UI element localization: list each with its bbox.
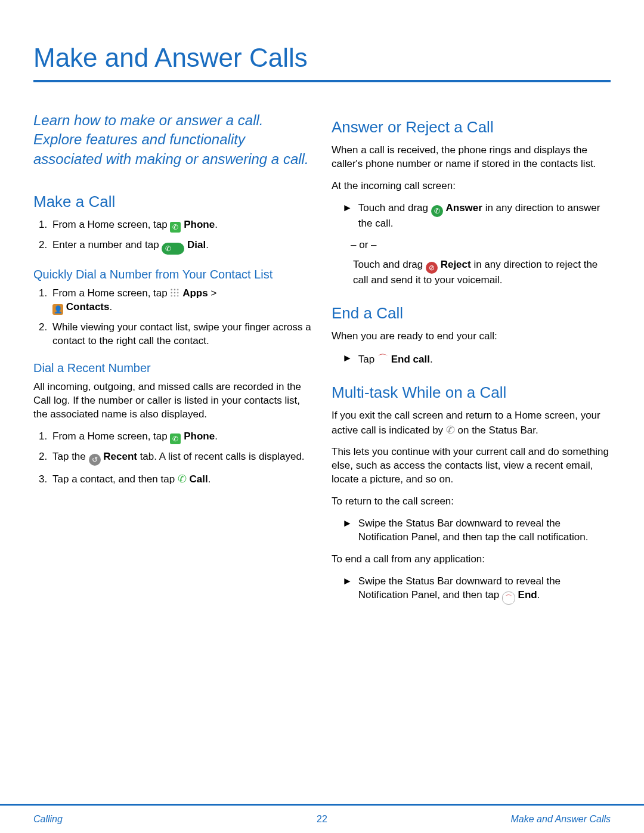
text: tab. A list of recent calls is displayed… — [137, 451, 305, 462]
recent-icon: ↺ — [89, 454, 101, 466]
text: Tap a contact, and then tap — [52, 473, 178, 485]
answer-heading: Answer or Reject a Call — [332, 118, 611, 137]
arrow-icon: ► — [342, 202, 352, 231]
dial-recent-steps: From a Home screen, tap ✆ Phone. Tap the… — [33, 430, 312, 487]
make-call-steps: From a Home screen, tap ✆ Phone. Enter a… — [33, 218, 312, 255]
recent-label: Recent — [103, 451, 137, 462]
text: Tap — [358, 354, 377, 365]
text: . — [206, 239, 209, 250]
answer-body-2: At the incoming call screen: — [332, 179, 611, 193]
call-label: Call — [190, 473, 208, 485]
multitask-body-4: To end a call from any application: — [332, 553, 611, 566]
end-label: End — [518, 589, 537, 600]
reject-icon: ⊘ — [426, 262, 438, 274]
list-item: While viewing your contact list, swipe y… — [50, 321, 312, 348]
apps-icon — [170, 288, 179, 298]
contacts-icon: 👤 — [52, 304, 63, 315]
answer-label: Answer — [445, 202, 482, 213]
apps-label: Apps — [182, 287, 208, 299]
multitask-body-3: To return to the call screen: — [332, 495, 611, 509]
left-column: Learn how to make or answer a call. Expl… — [33, 111, 312, 613]
page-footer: Calling 22 Make and Answer Calls — [0, 804, 644, 833]
end-call-body: When you are ready to end your call: — [332, 330, 611, 343]
status-handset-icon: ✆ — [446, 424, 455, 436]
phone-icon: ✆ — [170, 222, 181, 233]
reject-label: Reject — [441, 259, 471, 270]
text: Touch and drag — [353, 259, 426, 270]
right-column: Answer or Reject a Call When a call is r… — [332, 111, 611, 613]
text: . — [109, 301, 112, 312]
list-item: Enter a number and tap ✆ Dial. — [50, 239, 312, 255]
multitask-bullet-1: ► Swipe the Status Bar downward to revea… — [334, 517, 611, 544]
phone-label: Phone — [184, 431, 215, 442]
list-item: From a Home screen, tap Apps > 👤 Contact… — [50, 287, 312, 315]
or-label: – or – — [351, 239, 611, 251]
dial-recent-heading: Dial a Recent Number — [33, 360, 312, 376]
multitask-body-1: If you exit the call screen and return t… — [332, 409, 611, 438]
bullet-body: Tap ⌒ End call. — [358, 352, 433, 367]
make-call-heading: Make a Call — [33, 193, 312, 211]
text: Touch and drag — [358, 202, 431, 213]
text: From a Home screen, tap — [52, 287, 170, 299]
answer-body-1: When a call is received, the phone rings… — [332, 144, 611, 171]
dial-recent-body: All incoming, outgoing, and missed calls… — [33, 380, 312, 422]
end-call-bullet: ► Tap ⌒ End call. — [334, 352, 611, 367]
bullet-body: Touch and drag ✆ Answer in any direction… — [358, 202, 611, 231]
bullet-body: Swipe the Status Bar downward to reveal … — [358, 517, 611, 544]
reject-bullet: Touch and drag ⊘ Reject in any direction… — [334, 258, 611, 287]
bullet-body: Touch and drag ⊘ Reject in any direction… — [353, 258, 611, 287]
text: Tap the — [52, 451, 89, 462]
list-item: Tap a contact, and then tap ✆ Call. — [50, 472, 312, 487]
handset-icon: ✆ — [178, 473, 187, 485]
two-column-layout: Learn how to make or answer a call. Expl… — [33, 111, 611, 613]
text: . — [537, 589, 540, 600]
multitask-heading: Multi-task While on a Call — [332, 383, 611, 402]
text: on the Status Bar. — [458, 425, 538, 436]
multitask-bullet-2: ► Swipe the Status Bar downward to revea… — [334, 575, 611, 605]
phone-label: Phone — [184, 219, 215, 230]
phone-icon: ✆ — [170, 433, 181, 444]
list-item: From a Home screen, tap ✆ Phone. — [50, 430, 312, 444]
text: > — [208, 287, 217, 299]
text: Enter a number and tap — [52, 239, 162, 250]
quick-dial-steps: From a Home screen, tap Apps > 👤 Contact… — [33, 287, 312, 348]
arrow-icon: ► — [342, 517, 352, 544]
arrow-icon: ► — [342, 575, 352, 605]
end-call-icon: ⌒ — [377, 353, 388, 365]
end-icon: ⌒ — [502, 592, 515, 605]
text: From a Home screen, tap — [52, 219, 170, 230]
list-item: Tap the ↺ Recent tab. A list of recent c… — [50, 450, 312, 466]
end-call-heading: End a Call — [332, 304, 611, 323]
multitask-body-2: This lets you continue with your current… — [332, 445, 611, 487]
text: . — [215, 431, 218, 442]
bullet-body: Swipe the Status Bar downward to reveal … — [358, 575, 611, 605]
answer-bullet: ► Touch and drag ✆ Answer in any directi… — [334, 202, 611, 231]
quick-dial-heading: Quickly Dial a Number from Your Contact … — [33, 267, 312, 282]
list-item: From a Home screen, tap ✆ Phone. — [50, 218, 312, 233]
text: . — [208, 473, 211, 485]
end-call-label: End call — [391, 354, 430, 365]
text: From a Home screen, tap — [52, 431, 170, 442]
intro-text: Learn how to make or answer a call. Expl… — [33, 111, 312, 169]
arrow-icon: ► — [342, 352, 352, 367]
dial-icon: ✆ — [162, 243, 184, 255]
text: . — [215, 219, 218, 230]
dial-label: Dial — [187, 239, 206, 250]
answer-icon: ✆ — [431, 205, 443, 217]
page-number: 22 — [0, 814, 644, 825]
contacts-label: Contacts — [66, 301, 110, 312]
title-rule — [33, 80, 611, 82]
text: . — [430, 354, 433, 365]
page-title: Make and Answer Calls — [33, 43, 611, 73]
